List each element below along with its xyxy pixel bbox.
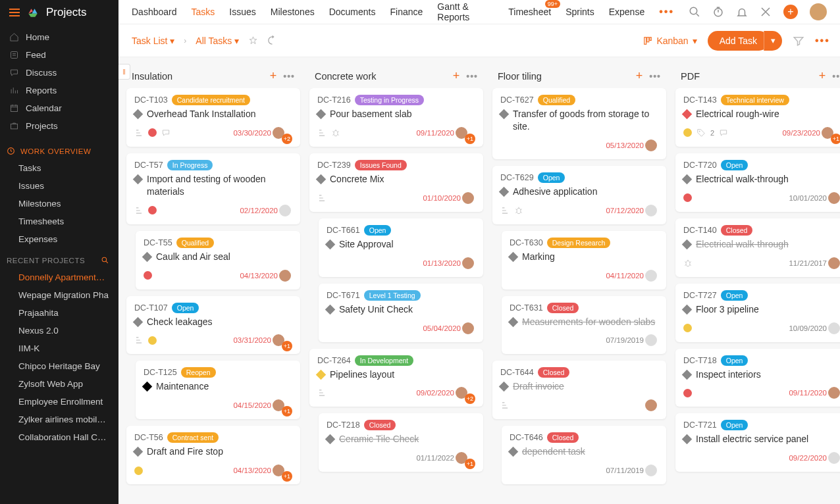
top-tab-gantt-reports[interactable]: Gantt & Reports: [437, 1, 494, 22]
priority-diamond-icon: [499, 382, 510, 392]
recent-project-item[interactable]: Chipco Heritage Bay: [0, 357, 118, 375]
timer-icon[interactable]: [712, 6, 724, 18]
recent-project-item[interactable]: Wepage Migration Pha: [0, 286, 118, 304]
sidebar-sub-timesheets[interactable]: Timesheets: [0, 213, 118, 230]
sidebar-item-projects[interactable]: Projects: [0, 117, 118, 135]
task-card[interactable]: DC-T143Technical interviewElectrical rou…: [675, 88, 840, 147]
recent-project-item[interactable]: Collaboration Hall Cons: [0, 428, 118, 446]
user-avatar[interactable]: [810, 3, 827, 20]
task-card[interactable]: DC-T218ClosedCeramic Tile Check01/11/202…: [319, 413, 483, 472]
recent-project-item[interactable]: Employee Enrollment: [0, 393, 118, 411]
priority-diamond-icon: [508, 447, 519, 457]
task-card[interactable]: DC-T646Closeddependent task07/11/2019: [502, 426, 666, 484]
sidebar-item-reports[interactable]: Reports: [0, 82, 118, 99]
task-card[interactable]: DC-T107OpenCheck leakages03/31/2020+1: [126, 296, 300, 355]
avatar: [827, 256, 840, 270]
recent-project-item[interactable]: Prajaahita: [0, 304, 118, 322]
column-add-icon[interactable]: +: [453, 69, 460, 83]
sidebar-item-discuss[interactable]: Discuss: [0, 64, 118, 82]
global-add-button[interactable]: +: [783, 5, 798, 19]
column-more-icon[interactable]: •••: [832, 71, 840, 82]
breadcrumb-task-list[interactable]: Task List ▾: [132, 36, 174, 46]
status-pill: Testing in Progress: [355, 95, 424, 105]
search-icon[interactable]: [689, 6, 700, 18]
filter-icon[interactable]: [793, 35, 804, 47]
task-card[interactable]: DC-T671Level 1 TestingSafety Unit Check0…: [319, 284, 483, 342]
search-icon[interactable]: [101, 256, 109, 265]
avatar-more-count: +1: [282, 406, 292, 416]
top-tab-tasks[interactable]: Tasks: [192, 7, 215, 17]
column-title: Insulation: [132, 71, 172, 82]
sidebar-item-home[interactable]: Home: [0, 28, 118, 46]
tools-icon[interactable]: [760, 6, 772, 18]
top-tab-expense[interactable]: Expense: [609, 7, 644, 17]
task-card[interactable]: DC-T125ReopenMaintenance04/15/2020+1: [136, 361, 300, 419]
top-tab-timesheet[interactable]: Timesheet99+: [508, 7, 551, 17]
recent-project-item[interactable]: Donnelly Apartments C: [0, 268, 118, 286]
column-more-icon[interactable]: •••: [466, 71, 478, 82]
view-selector[interactable]: Kanban ▾: [643, 36, 696, 46]
more-actions-icon[interactable]: •••: [815, 35, 827, 47]
task-card[interactable]: DC-T727OpenFloor 3 pipeline10/09/2020: [675, 284, 840, 342]
svg-rect-0: [11, 52, 18, 59]
bug-icon: [331, 128, 340, 138]
sidebar-sub-expenses[interactable]: Expenses: [0, 230, 118, 248]
top-tab-milestones[interactable]: Milestones: [271, 7, 315, 17]
status-pill: Reopen: [181, 367, 216, 378]
task-card[interactable]: DC-T264In DevelopmentPipelines layout09/…: [309, 349, 483, 407]
sidebar-sub-milestones[interactable]: Milestones: [0, 195, 118, 213]
add-task-dropdown[interactable]: ▾: [764, 31, 782, 51]
task-card[interactable]: DC-T629OpenAdhesive application07/12/202…: [492, 166, 666, 224]
column-more-icon[interactable]: •••: [283, 71, 295, 82]
recent-project-item[interactable]: IIM-K: [0, 340, 118, 357]
hamburger-icon[interactable]: [9, 9, 20, 16]
add-task-button[interactable]: Add Task: [708, 31, 769, 51]
refresh-icon[interactable]: [267, 36, 277, 45]
due-date: 04/13/2020: [240, 272, 278, 280]
avatar: [644, 138, 658, 153]
comment-icon: [161, 128, 171, 138]
top-tab-dashboard[interactable]: Dashboard: [132, 7, 177, 17]
column-more-icon[interactable]: •••: [649, 71, 661, 82]
task-card[interactable]: DC-T630Design ResearchMarking04/11/2020: [502, 231, 666, 290]
column-add-icon[interactable]: +: [270, 69, 277, 83]
work-overview-header[interactable]: WORK OVERVIEW: [0, 139, 118, 159]
column-add-icon[interactable]: +: [636, 69, 643, 83]
top-tab-issues[interactable]: Issues: [229, 7, 255, 17]
task-card[interactable]: DC-T56Contract sentDraft and Fire stop04…: [126, 426, 300, 484]
task-title: Draft invoice: [513, 380, 564, 393]
task-card[interactable]: DC-T627QualifiedTransfer of goods from s…: [492, 88, 666, 159]
sidebar-item-feed[interactable]: Feed: [0, 46, 118, 64]
task-card[interactable]: DC-T720OpenElectrical walk-through10/01/…: [675, 153, 840, 212]
bell-icon[interactable]: [736, 6, 748, 18]
sidebar-sub-issues[interactable]: Issues: [0, 177, 118, 195]
breadcrumb-all-tasks[interactable]: All Tasks ▾: [196, 36, 239, 46]
task-card[interactable]: DC-T239Issues FoundConcrete Mix01/10/202…: [309, 153, 483, 212]
top-tab-documents[interactable]: Documents: [329, 7, 376, 17]
svg-point-13: [686, 261, 690, 266]
task-card[interactable]: DC-T644ClosedDraft invoice: [492, 361, 666, 419]
task-card[interactable]: DC-T631ClosedMeasurements for wooden sla…: [502, 296, 666, 355]
recent-project-item[interactable]: Zylsoft Web App: [0, 375, 118, 393]
due-date: 09/11/2020: [416, 129, 454, 137]
task-card[interactable]: DC-T57In ProgressImport and testing of w…: [126, 153, 300, 224]
task-card[interactable]: DC-T718OpenInspect interiors09/11/2020: [675, 349, 840, 407]
more-tabs-icon[interactable]: •••: [659, 6, 674, 18]
priority-diamond-icon: [142, 251, 153, 262]
star-icon[interactable]: [248, 36, 258, 45]
sidebar-item-calendar[interactable]: Calendar: [0, 99, 118, 117]
task-card[interactable]: DC-T140ClosedElectrical walk-through11/2…: [675, 218, 840, 277]
task-card[interactable]: DC-T721OpenInstall electric service pane…: [675, 413, 840, 472]
board-slide-handle[interactable]: ⦀: [118, 64, 130, 80]
top-tab-finance[interactable]: Finance: [390, 7, 423, 17]
task-card[interactable]: DC-T661OpenSite Approval01/13/2020: [319, 218, 483, 277]
priority-med-icon: [683, 324, 692, 332]
recent-project-item[interactable]: Zylker airlines mobile a: [0, 411, 118, 428]
recent-project-item[interactable]: Nexus 2.0: [0, 322, 118, 340]
column-add-icon[interactable]: +: [819, 69, 826, 83]
task-card[interactable]: DC-T216Testing in ProgressPour basement …: [309, 88, 483, 147]
task-card[interactable]: DC-T55QualifiedCaulk and Air seal04/13/2…: [136, 231, 300, 290]
top-tab-sprints[interactable]: Sprints: [565, 7, 594, 17]
task-card[interactable]: DC-T103Candidate recruitmentOverhead Tan…: [126, 88, 300, 147]
sidebar-sub-tasks[interactable]: Tasks: [0, 159, 118, 177]
